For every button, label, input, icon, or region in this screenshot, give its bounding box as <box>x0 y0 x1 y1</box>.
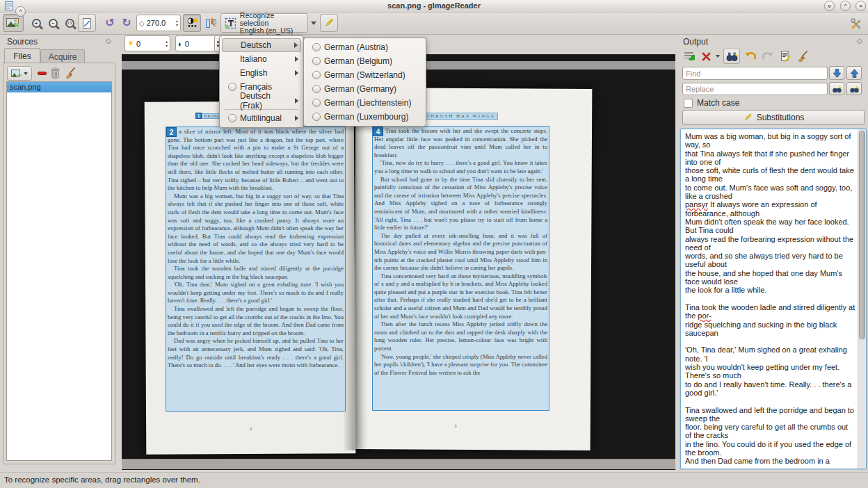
region-badge-2: 2 <box>166 127 177 137</box>
match-case-label: Match case <box>697 98 739 108</box>
image-hscrollbar[interactable] <box>122 459 675 469</box>
replace-button[interactable] <box>829 82 844 95</box>
zoom-fit-button[interactable] <box>78 14 96 32</box>
submenu-item-german-belgium[interactable]: German (Belgium) <box>306 54 424 68</box>
delete-source-button[interactable] <box>49 66 61 79</box>
toggle-output-pane-button[interactable] <box>320 14 338 32</box>
recognize-dropdown-button[interactable] <box>309 17 319 29</box>
zoom-original-button[interactable]: 1:1 <box>61 15 78 31</box>
rotate-angle-icon: ◇ <box>139 19 145 27</box>
submenu-item-german-luxembourg[interactable]: German (Luxembourg) <box>306 110 424 124</box>
close-button[interactable]: × <box>855 1 866 11</box>
rotate-cw-button[interactable]: ↻ <box>118 15 135 31</box>
menu-item-english[interactable]: English <box>222 66 301 80</box>
radio-icon <box>312 71 321 79</box>
remove-source-button[interactable] <box>35 67 48 79</box>
menu-item-multilingual[interactable]: Multilingual <box>222 111 301 125</box>
menu-item-deutsch[interactable]: Deutsch <box>222 38 301 52</box>
undo-button[interactable] <box>744 49 757 63</box>
source-list-item[interactable]: scan.png <box>7 82 111 92</box>
substitutions-label: Substitutions <box>757 113 805 122</box>
maximize-icon: ^ <box>844 3 847 9</box>
rotate-ccw-button[interactable]: ↺ <box>102 15 118 31</box>
sources-detach-button[interactable]: ◇ <box>106 37 111 44</box>
autolayout-button[interactable] <box>202 15 219 31</box>
titlebar[interactable]: scan.png - gImageReader v ^ × <box>0 0 868 13</box>
region-badge-1: 1 <box>195 113 202 119</box>
book-paragraph: Mum was a big woman, but big in a soggy … <box>168 193 344 265</box>
language-submenu: German (Austria) German (Belgium) German… <box>303 38 426 127</box>
zoom-out-icon: − <box>49 19 58 28</box>
zoom-out-button[interactable]: − <box>45 15 61 31</box>
output-vscrollbar[interactable] <box>858 129 866 469</box>
menu-item-label: Multilingual <box>240 113 295 123</box>
substitutions-button[interactable]: Substitutions <box>682 110 865 125</box>
collapse-icon: ^ <box>19 8 22 15</box>
sources-panel: Sources ◇ Files Acquire scan.png <box>0 34 119 470</box>
output-scrollbar-thumb[interactable] <box>859 131 865 339</box>
detach-icon: ◇ <box>106 37 111 44</box>
strip-crap-button[interactable] <box>700 49 712 63</box>
replace-all-button[interactable] <box>846 82 862 95</box>
menu-gutter <box>225 83 240 91</box>
add-source-button[interactable] <box>7 66 32 81</box>
find-input[interactable] <box>682 67 828 80</box>
menu-item-italiano[interactable]: Italiano <box>222 52 301 66</box>
tab-files[interactable]: Files <box>4 48 40 63</box>
output-textview[interactable]: Mum was a big woman, but big in a soggy … <box>680 129 867 469</box>
contrast-icon: ◐ <box>178 40 183 48</box>
find-replace-toggle[interactable] <box>723 49 740 64</box>
radio-icon <box>312 57 321 65</box>
book-paragraph: Tina took the wooden ladle and stirred d… <box>168 265 344 281</box>
book-paragraph: Tina swallowed and left the porridge and… <box>168 305 344 337</box>
submenu-item-german-switzerland[interactable]: German (Switzerland) <box>306 68 424 82</box>
insert-mode-button[interactable] <box>682 49 696 63</box>
undo-icon <box>745 51 756 61</box>
clear-sources-button[interactable] <box>63 66 77 79</box>
add-file-icon <box>11 69 22 79</box>
toolbar-collapse-button[interactable]: ^ <box>15 6 26 17</box>
rotation-spinbox[interactable]: ◇ 270.0 ▴▾ <box>136 15 181 31</box>
sources-list[interactable]: scan.png <box>6 81 112 461</box>
radio-icon <box>228 83 236 91</box>
save-document-icon <box>780 51 791 62</box>
brightness-spinbox[interactable]: ☀ 0 ▴▾ <box>124 35 170 51</box>
settings-button[interactable] <box>847 14 865 32</box>
strip-dropdown-icon[interactable] <box>716 55 720 58</box>
menu-item-deutsch-frak[interactable]: Deutsch (Frak) <box>222 94 301 108</box>
output-detach-button[interactable]: ◇ <box>857 37 862 44</box>
tab-acquire[interactable]: Acquire <box>40 49 85 63</box>
rotation-stepper[interactable]: ▴▾ <box>175 19 179 27</box>
brightness-stepper[interactable]: ▴▾ <box>164 40 169 48</box>
submenu-item-german-liechtenstein[interactable]: German (Liechtenstein) <box>306 96 424 110</box>
submenu-item-label: German (Switzerland) <box>324 70 421 80</box>
trash-icon <box>51 67 60 79</box>
recognize-label-line2: English (en_US) <box>240 27 293 35</box>
match-case-checkbox[interactable] <box>684 99 693 108</box>
book-paragraph: But school had gone in by the time Tina … <box>374 176 547 232</box>
clear-output-button[interactable] <box>796 49 810 63</box>
region-badge-4: 4 <box>373 127 383 136</box>
find-next-button[interactable] <box>829 66 844 80</box>
submenu-item-german-austria[interactable]: German (Austria) <box>306 40 424 54</box>
ocr-selection-region-4[interactable]: 4 Tina took the broom with her and she s… <box>372 126 549 411</box>
recognize-button[interactable]: Recognize selection English (en_US) <box>220 13 308 33</box>
save-text-button[interactable] <box>778 49 792 63</box>
zoom-in-button[interactable]: + <box>28 15 45 31</box>
insert-append-icon <box>684 51 696 62</box>
book-paragraph: 'Tina, now do try to hurry . . . there's… <box>374 159 547 175</box>
replace-input[interactable] <box>682 83 828 95</box>
minimize-button[interactable]: v <box>824 1 835 11</box>
menu-gutter <box>309 99 324 107</box>
output-panel: Output ◇ <box>678 34 868 470</box>
book-spine-shadow <box>343 90 367 450</box>
maximize-button[interactable]: ^ <box>840 1 851 11</box>
find-prev-button[interactable] <box>846 66 862 80</box>
submenu-item-german-germany[interactable]: German (Germany) <box>306 82 424 96</box>
strip-icon <box>702 52 711 61</box>
redo-button[interactable] <box>761 49 775 63</box>
image-controls-toggle[interactable] <box>183 14 201 32</box>
ocr-selection-region-2[interactable]: 2 a slice of mirror left. Most of it was… <box>166 127 346 412</box>
book-paragraph: a slice of mirror left. Most of it was b… <box>168 128 344 193</box>
rotation-value: 270.0 <box>145 19 175 27</box>
